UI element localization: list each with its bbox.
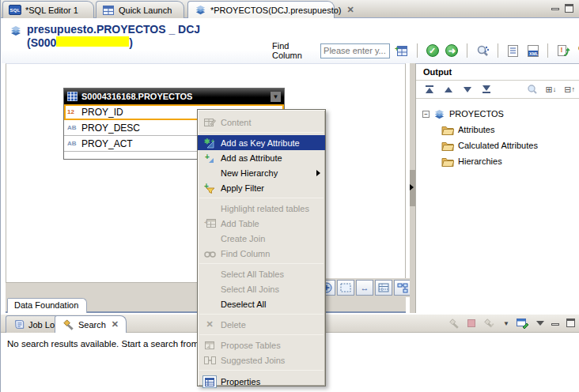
- collapse-node-icon[interactable]: −: [422, 111, 430, 118]
- find-column-input[interactable]: [320, 43, 390, 58]
- menu-item-propose-tables: Propose Tables: [198, 337, 325, 352]
- folder-icon: [441, 156, 454, 167]
- collapse-all-icon[interactable]: ⊟↑: [564, 85, 575, 95]
- new-search-icon[interactable]: [448, 318, 460, 329]
- go-up-icon[interactable]: [443, 87, 454, 92]
- go-first-icon[interactable]: [424, 85, 435, 93]
- detect-icon[interactable]: [475, 43, 490, 59]
- pin-search-icon[interactable]: [517, 318, 529, 329]
- menu-separator: [199, 198, 324, 198]
- column-name: PROY_DESC: [81, 122, 140, 134]
- output-toolbar: ⊞↓ ⊟↑: [416, 81, 579, 99]
- editor-tabbar: SQL *SQL Editor 1 Quick Launch *PROYECTO…: [1, 0, 579, 18]
- properties-icon: [202, 375, 218, 388]
- tab-sql-editor[interactable]: SQL *SQL Editor 1: [2, 1, 94, 18]
- tab-label: Data Foundation: [14, 300, 78, 310]
- menu-item-deselect-all[interactable]: Deselect All: [198, 296, 325, 311]
- folder-icon: [441, 125, 454, 135]
- search-history-dropdown-icon[interactable]: ▼: [503, 320, 509, 327]
- grid-view-icon[interactable]: [375, 280, 392, 296]
- menu-item-create-join: Create Join: [198, 231, 325, 246]
- find-column-label: Find Column: [272, 41, 316, 60]
- splitter-collapse-icon[interactable]: [410, 184, 414, 190]
- view-menu-icon[interactable]: [536, 321, 544, 326]
- attribute-icon: +: [202, 152, 218, 164]
- show-values-icon[interactable]: [505, 43, 521, 59]
- minimize-panel-icon[interactable]: [551, 323, 559, 326]
- close-tab-icon[interactable]: ✕: [346, 5, 354, 15]
- menu-item-content: Content: [198, 115, 325, 130]
- filter-icon: +: [202, 182, 218, 194]
- tab-search[interactable]: Search ✕: [55, 315, 127, 333]
- svg-text:+: +: [205, 153, 210, 161]
- stop-search-icon[interactable]: [467, 319, 475, 327]
- output-tree: − PROYECTOS Attributes Calculated Attrib…: [416, 99, 579, 169]
- run-icon[interactable]: ➜: [445, 43, 460, 59]
- title-line1: presupuesto.PROYECTOS _ DCJ: [27, 23, 200, 36]
- insert-column-icon[interactable]: +: [394, 43, 410, 59]
- no-icon: [202, 268, 218, 281]
- redaction-highlight: [56, 36, 129, 47]
- flashlight-icon: [62, 318, 74, 330]
- minimize-editor-icon[interactable]: [551, 8, 559, 10]
- application-window: SQL *SQL Editor 1 Quick Launch *PROYECTO…: [0, 0, 579, 392]
- menu-item-select-all-joins: Select All Joins: [198, 281, 325, 296]
- filter-search-icon[interactable]: [526, 84, 538, 95]
- menu-separator: [199, 314, 324, 315]
- auto-layout-icon[interactable]: [394, 280, 411, 296]
- validate-icon[interactable]: ✓: [425, 43, 441, 59]
- tab-label: *SQL Editor 1: [25, 6, 78, 15]
- fit-view-icon[interactable]: [337, 280, 354, 296]
- no-icon: [202, 298, 218, 311]
- tab-quick-launch[interactable]: Quick Launch: [96, 1, 184, 18]
- profiling-icon[interactable]: [575, 43, 579, 59]
- fit-width-icon[interactable]: ↔: [356, 280, 373, 296]
- folder-icon: [441, 141, 454, 151]
- svg-text:+: +: [211, 138, 214, 144]
- title-line2-open: (S000: [27, 36, 56, 49]
- close-tab-icon[interactable]: ✕: [112, 319, 119, 330]
- svg-text:XML: XML: [529, 51, 539, 56]
- tree-node-proyectos[interactable]: − PROYECTOS: [422, 106, 579, 122]
- menu-item-properties[interactable]: Properties: [198, 373, 325, 390]
- layers-icon: [194, 4, 206, 17]
- tab-proyectos[interactable]: *PROYECTOS(DCJ.presupuesto) ✕: [187, 1, 335, 18]
- table-dropdown-icon[interactable]: ▼: [271, 92, 281, 102]
- menu-item-apply-filter[interactable]: + Apply Filter: [198, 180, 325, 195]
- maximize-editor-icon[interactable]: [565, 4, 573, 13]
- expand-all-icon[interactable]: ⊞↓: [546, 85, 557, 95]
- binoculars-icon: [202, 247, 218, 260]
- check-integrity-icon[interactable]: !: [555, 43, 571, 59]
- tab-label: Quick Launch: [119, 6, 172, 15]
- no-icon: [202, 232, 218, 245]
- maximize-panel-icon[interactable]: [566, 318, 575, 327]
- column-name: PROY_ID: [81, 107, 123, 118]
- search-status-message: No search results available. Start a sea…: [7, 339, 209, 349]
- go-last-icon[interactable]: [481, 85, 492, 93]
- submenu-arrow-icon: [316, 170, 320, 176]
- menu-item-add-as-key-attribute[interactable]: ✱+ Add as Key Attribute: [198, 135, 325, 150]
- menu-separator: [199, 334, 324, 335]
- quick-launch-icon: [102, 4, 115, 17]
- menu-item-add-as-attribute[interactable]: + Add as Attribute: [198, 150, 325, 165]
- repeat-search-icon[interactable]: [482, 318, 495, 329]
- tab-label: Search: [78, 320, 106, 330]
- layers-icon: [9, 24, 22, 37]
- suggested-joins-icon: [202, 354, 218, 367]
- add-table-icon: +: [202, 217, 218, 230]
- page-title: presupuesto.PROYECTOS _ DCJ (S000): [27, 23, 200, 50]
- tree-node-attributes[interactable]: Attributes: [441, 122, 579, 138]
- tree-node-label: Hierarchies: [458, 156, 502, 166]
- go-down-icon[interactable]: [462, 87, 473, 92]
- bottom-panel-toolbar: ▼: [448, 318, 575, 329]
- db-table-header[interactable]: S0004316168.PROYECTOS ▼: [64, 89, 284, 104]
- xml-view-icon[interactable]: XML: [525, 43, 541, 59]
- tree-node-hierarchies[interactable]: Hierarchies: [441, 153, 579, 169]
- tab-data-foundation[interactable]: Data Foundation: [7, 298, 87, 313]
- job-log-icon: [13, 319, 25, 330]
- numeric-type-icon: 12: [67, 108, 78, 115]
- tree-node-calculated-attributes[interactable]: Calculated Attributes: [441, 138, 579, 153]
- menu-item-new-hierarchy[interactable]: New Hierarchy: [198, 165, 325, 180]
- vertical-splitter[interactable]: [410, 63, 415, 313]
- table-icon: [67, 92, 78, 101]
